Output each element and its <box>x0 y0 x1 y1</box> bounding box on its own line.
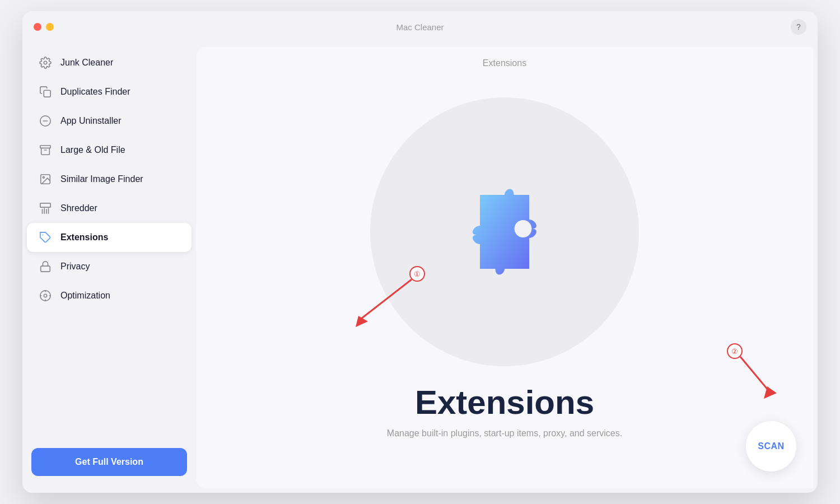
svg-text:②: ② <box>731 347 738 356</box>
copy-icon <box>38 85 53 99</box>
sidebar-item-label: Large & Old File <box>60 145 125 155</box>
sidebar-item-similar-image-finder[interactable]: Similar Image Finder <box>27 165 192 194</box>
sidebar-item-label: Extensions <box>60 232 108 242</box>
sidebar-item-optimization[interactable]: Optimization <box>27 281 192 310</box>
sidebar-item-duplicates-finder[interactable]: Duplicates Finder <box>27 77 192 106</box>
main-content: Junk Cleaner Duplicates Finder <box>22 43 818 493</box>
optimization-icon <box>38 288 53 303</box>
minimize-button[interactable] <box>46 23 54 31</box>
sidebar-item-shredder[interactable]: Shredder <box>27 194 192 223</box>
svg-point-15 <box>40 291 50 301</box>
scan-button-container: SCAN <box>746 421 796 472</box>
svg-rect-14 <box>41 266 50 272</box>
sidebar-item-label: Junk Cleaner <box>60 58 113 68</box>
sidebar-item-label: Privacy <box>60 262 90 272</box>
sidebar-item-label: App Uninstaller <box>60 116 122 126</box>
get-full-version-button[interactable]: Get Full Version <box>31 448 187 476</box>
annotation-arrow-2: ② <box>718 343 796 416</box>
svg-rect-4 <box>40 146 50 148</box>
svg-rect-8 <box>40 203 50 207</box>
sidebar-item-label: Optimization <box>60 291 110 301</box>
app-window: Mac Cleaner ? Junk Cleaner <box>22 11 818 493</box>
circle-minus-icon <box>38 114 53 128</box>
svg-point-21 <box>515 220 532 237</box>
svg-marker-29 <box>764 386 777 399</box>
image-icon <box>38 172 53 186</box>
traffic-lights <box>34 23 54 31</box>
shredder-icon <box>38 201 53 216</box>
title-bar: Mac Cleaner ? <box>22 11 818 43</box>
app-title: Mac Cleaner <box>396 22 444 32</box>
gear-icon <box>38 55 53 70</box>
sidebar-item-large-old-file[interactable]: Large & Old File <box>27 136 192 165</box>
svg-point-7 <box>43 176 44 178</box>
svg-marker-25 <box>356 316 368 327</box>
sidebar-item-junk-cleaner[interactable]: Junk Cleaner <box>27 48 192 77</box>
main-subtitle: Manage built-in plugins, start-up items,… <box>387 428 622 438</box>
sidebar: Junk Cleaner Duplicates Finder <box>22 43 196 493</box>
puzzle-icon <box>38 230 53 245</box>
svg-line-28 <box>740 357 768 390</box>
main-panel: Extensions Extensions <box>196 47 813 488</box>
sidebar-item-label: Duplicates Finder <box>60 87 130 97</box>
sidebar-item-label: Shredder <box>60 203 97 213</box>
panel-header-title: Extensions <box>483 58 526 68</box>
sidebar-item-extensions[interactable]: Extensions <box>27 223 192 252</box>
svg-point-0 <box>44 61 47 64</box>
feature-icon-container <box>370 97 639 366</box>
scan-button[interactable]: SCAN <box>746 421 796 472</box>
close-button[interactable] <box>34 23 41 31</box>
lock-icon <box>38 259 53 274</box>
puzzle-piece-icon <box>443 170 566 293</box>
help-button[interactable]: ? <box>791 19 806 35</box>
svg-point-26 <box>727 344 742 358</box>
sidebar-item-privacy[interactable]: Privacy <box>27 252 192 281</box>
archive-icon <box>38 143 53 157</box>
sidebar-item-label: Similar Image Finder <box>60 174 143 184</box>
sidebar-item-app-uninstaller[interactable]: App Uninstaller <box>27 106 192 136</box>
main-title: Extensions <box>415 383 594 422</box>
svg-rect-1 <box>44 90 50 97</box>
svg-point-16 <box>44 294 47 297</box>
